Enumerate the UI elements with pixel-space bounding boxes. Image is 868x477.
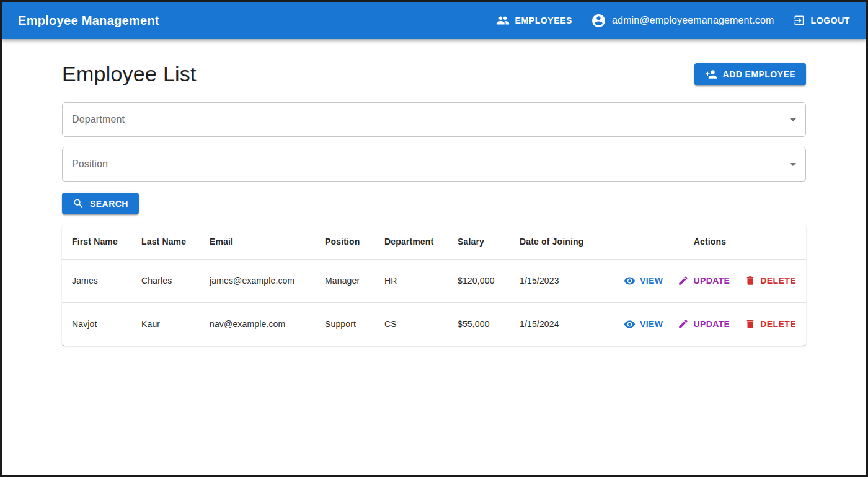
add-employee-label: ADD EMPLOYEE (723, 69, 795, 79)
cell-actions: VIEW UPDATE (614, 259, 806, 302)
cell-email: nav@example.com (200, 302, 315, 346)
eye-icon (624, 318, 636, 330)
app-title: Employee Management (18, 14, 159, 28)
col-first-name: First Name (62, 224, 131, 259)
page-header: Employee List ADD EMPLOYEE (62, 62, 806, 86)
col-salary: Salary (448, 224, 510, 259)
employee-table: First Name Last Name Email Position Depa… (62, 224, 806, 346)
cell-position: Support (315, 302, 374, 346)
cell-department: HR (374, 259, 448, 302)
cell-email: james@example.com (200, 259, 315, 302)
col-email: Email (200, 224, 315, 259)
cell-position: Manager (315, 259, 374, 302)
nav-employees-link[interactable]: EMPLOYEES (496, 14, 573, 27)
update-button[interactable]: UPDATE (678, 318, 730, 330)
update-label: UPDATE (693, 276, 730, 286)
cell-department: CS (374, 302, 448, 346)
view-label: VIEW (640, 319, 663, 329)
table-row: James Charles james@example.com Manager … (62, 259, 806, 302)
position-select-placeholder: Position (72, 159, 108, 170)
logout-icon (793, 14, 805, 27)
trash-icon (745, 275, 756, 286)
navbar-right: EMPLOYEES admin@employeemanagement.com L… (496, 13, 850, 28)
cell-first-name: James (62, 259, 131, 302)
view-button[interactable]: VIEW (624, 318, 663, 330)
delete-label: DELETE (760, 276, 796, 286)
col-actions: Actions (614, 224, 806, 259)
pencil-icon (678, 275, 689, 286)
person-add-icon (705, 68, 717, 81)
trash-icon (745, 318, 756, 330)
cell-first-name: Navjot (62, 302, 131, 346)
employee-table-card: First Name Last Name Email Position Depa… (62, 224, 806, 346)
col-position: Position (315, 224, 374, 259)
delete-button[interactable]: DELETE (745, 275, 796, 286)
update-label: UPDATE (693, 319, 730, 329)
chevron-down-icon (786, 112, 800, 127)
col-last-name: Last Name (131, 224, 200, 259)
app-bar: Employee Management EMPLOYEES admin@empl… (2, 2, 866, 39)
position-select[interactable]: Position (62, 147, 806, 182)
search-button-label: SEARCH (90, 199, 128, 209)
nav-employees-label: EMPLOYEES (515, 15, 573, 25)
view-label: VIEW (640, 276, 663, 286)
cell-last-name: Charles (131, 259, 200, 302)
update-button[interactable]: UPDATE (678, 275, 730, 286)
search-icon (73, 198, 84, 209)
col-date-of-joining: Date of Joining (510, 224, 614, 259)
chevron-down-icon (786, 157, 800, 172)
account-circle-icon (591, 13, 606, 28)
cell-date-of-joining: 1/15/2024 (510, 302, 614, 346)
page-title: Employee List (62, 62, 197, 86)
search-button[interactable]: SEARCH (62, 193, 139, 214)
delete-button[interactable]: DELETE (745, 318, 796, 330)
user-email: admin@employeemanagement.com (612, 15, 774, 26)
logout-label: LOGOUT (811, 15, 850, 25)
cell-salary: $120,000 (448, 259, 510, 302)
eye-icon (624, 275, 636, 287)
cell-date-of-joining: 1/15/2023 (510, 259, 614, 302)
col-department: Department (374, 224, 448, 259)
cell-last-name: Kaur (131, 302, 200, 346)
logout-button[interactable]: LOGOUT (793, 14, 850, 27)
search-row: SEARCH (62, 193, 806, 214)
delete-label: DELETE (760, 319, 796, 329)
main-content: Employee List ADD EMPLOYEE Department Po… (62, 62, 806, 346)
cell-actions: VIEW UPDATE (614, 302, 806, 346)
department-select[interactable]: Department (62, 102, 806, 137)
view-button[interactable]: VIEW (624, 275, 663, 287)
table-header-row: First Name Last Name Email Position Depa… (62, 224, 806, 259)
table-row: Navjot Kaur nav@example.com Support CS $… (62, 302, 806, 346)
cell-salary: $55,000 (448, 302, 510, 346)
account-info: admin@employeemanagement.com (591, 13, 774, 28)
people-icon (496, 14, 510, 27)
add-employee-button[interactable]: ADD EMPLOYEE (694, 63, 806, 85)
pencil-icon (678, 318, 689, 330)
department-select-placeholder: Department (72, 114, 125, 125)
